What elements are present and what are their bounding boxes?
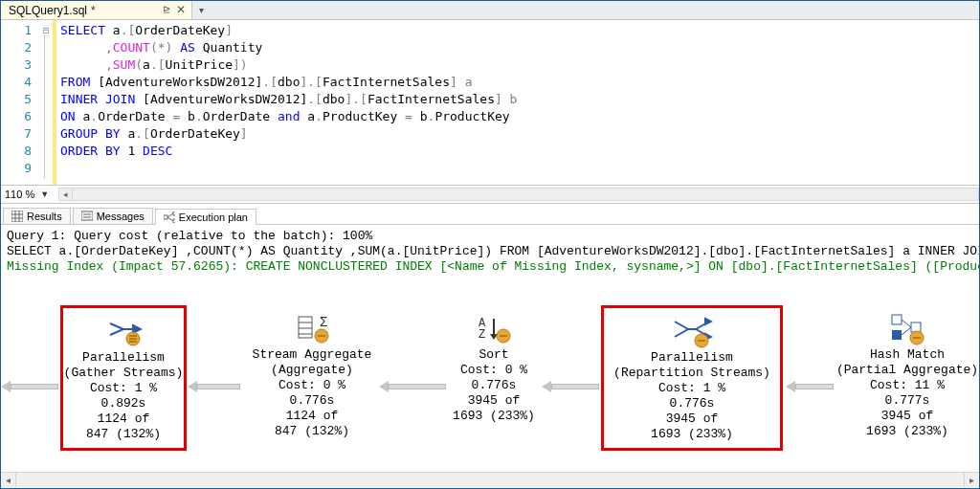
plan-node-parallelism-gather[interactable]: Parallelism (Gather Streams) Cost: 1 % 0… (60, 305, 187, 451)
zoom-level[interactable]: 110 % (5, 189, 34, 200)
plan-header: Query 1: Query cost (relative to the bat… (1, 225, 979, 277)
result-tabs: Results Messages Execution plan (1, 204, 979, 225)
node-rows1: 3945 of (446, 393, 542, 409)
file-modified-indicator: * (91, 4, 96, 17)
node-rows2: 1693 (233%) (446, 409, 542, 424)
close-icon[interactable]: ✕ (176, 3, 186, 16)
svg-line-46 (902, 320, 911, 327)
svg-line-12 (167, 217, 173, 221)
tab-plan-label: Execution plan (179, 211, 248, 223)
plan-arrow (786, 382, 834, 391)
zoom-dropdown-icon[interactable]: ▼ (40, 189, 49, 199)
tab-results[interactable]: Results (3, 208, 71, 224)
plan-arrow (1, 382, 58, 391)
missing-index-hint[interactable]: Missing Index (Impact 57.6265): CREATE N… (7, 259, 973, 275)
tab-messages[interactable]: Messages (73, 208, 153, 224)
node-subtitle: (Partial Aggregate) (834, 363, 979, 378)
fold-gutter[interactable]: ⊟ (39, 20, 53, 185)
code-area[interactable]: SELECT a.[OrderDateKey] ,COUNT(*) AS Qua… (56, 20, 979, 185)
plan-arrow (188, 382, 240, 391)
node-title: Parallelism (604, 350, 780, 366)
node-title: Sort (446, 347, 542, 363)
node-subtitle: (Aggregate) (245, 363, 379, 378)
svg-text:Σ: Σ (320, 315, 328, 330)
execution-plan-canvas[interactable]: Parallelism (Gather Streams) Cost: 1 % 0… (1, 277, 979, 487)
node-cost: Cost: 11 % (834, 378, 979, 393)
svg-marker-39 (705, 319, 711, 324)
tab-dropdown-icon[interactable]: ▾ (192, 1, 210, 19)
svg-line-11 (167, 213, 173, 217)
node-rows2: 1693 (233%) (604, 427, 780, 442)
svg-rect-43 (892, 315, 902, 324)
node-subtitle: (Repartition Streams) (604, 366, 780, 381)
document-tab-bar: SQLQuery1.sql * ⊵ ✕ ▾ (1, 1, 979, 20)
file-tab-name: SQLQuery1.sql (9, 4, 87, 17)
tab-messages-label: Messages (97, 211, 145, 222)
node-time: 0.776s (245, 393, 379, 409)
svg-rect-0 (11, 211, 23, 222)
svg-rect-8 (164, 215, 167, 219)
node-time: 0.777s (834, 393, 979, 409)
node-title: Hash Match (834, 347, 979, 363)
plan-node-parallelism-repartition[interactable]: Parallelism (Repartition Streams) Cost: … (601, 305, 783, 451)
svg-rect-5 (81, 211, 93, 220)
node-time: 0.776s (446, 378, 542, 393)
hash-match-icon (834, 309, 979, 347)
svg-line-13 (110, 323, 123, 329)
line-number-gutter: 123456789 (1, 20, 39, 185)
stream-aggregate-icon: Σ (245, 309, 379, 347)
node-rows2: 847 (132%) (63, 427, 184, 442)
node-cost: Cost: 0 % (446, 363, 542, 378)
sql-editor[interactable]: 123456789 ⊟ SELECT a.[OrderDateKey] ,COU… (1, 20, 979, 185)
tab-results-label: Results (27, 211, 62, 222)
sort-icon: AZ (446, 309, 542, 347)
node-time: 0.892s (63, 396, 184, 411)
scroll-track[interactable] (16, 473, 964, 487)
zoom-bar: 110 % ▼ ◂ (1, 185, 979, 204)
plan-node-sort[interactable]: AZ Sort Cost: 0 % 0.776s 3945 of 1693 (2… (446, 309, 542, 424)
plan-arrow (542, 382, 599, 391)
grid-icon (11, 211, 23, 222)
plan-h-scrollbar[interactable]: ◂ ▸ (1, 472, 979, 487)
messages-icon (81, 211, 93, 222)
node-cost: Cost: 0 % (245, 378, 379, 393)
node-rows1: 3945 of (604, 411, 780, 427)
svg-line-47 (902, 327, 911, 335)
editor-h-scrollbar[interactable]: ◂ (58, 188, 979, 201)
plan-icon (164, 211, 175, 223)
plan-header-line2: SELECT a.[OrderDateKey] ,COUNT(*) AS Qua… (7, 244, 973, 259)
node-cost: Cost: 1 % (63, 381, 184, 396)
tab-execution-plan[interactable]: Execution plan (155, 209, 256, 225)
node-rows2: 1693 (233%) (834, 424, 979, 439)
file-tab[interactable]: SQLQuery1.sql * ⊵ ✕ (1, 1, 192, 19)
node-rows1: 1124 of (63, 411, 184, 427)
node-subtitle: (Gather Streams) (63, 366, 184, 381)
parallelism-icon (604, 312, 780, 350)
plan-arrow (379, 382, 446, 391)
plan-node-stream-aggregate[interactable]: Σ Stream Aggregate (Aggregate) Cost: 0 %… (245, 309, 379, 439)
node-rows1: 1124 of (245, 409, 379, 424)
node-title: Stream Aggregate (245, 347, 379, 363)
parallelism-icon (63, 312, 184, 350)
node-time: 0.776s (604, 396, 780, 411)
svg-rect-21 (299, 317, 312, 338)
plan-node-hash-match[interactable]: Hash Match (Partial Aggregate) Cost: 11 … (834, 309, 979, 439)
node-cost: Cost: 1 % (604, 381, 780, 396)
svg-line-35 (675, 329, 688, 337)
svg-rect-45 (911, 322, 921, 332)
svg-line-34 (675, 322, 688, 329)
node-rows1: 3945 of (834, 409, 979, 424)
plan-header-line1: Query 1: Query cost (relative to the bat… (7, 229, 973, 244)
scroll-right-icon[interactable]: ▸ (964, 473, 979, 487)
svg-line-14 (110, 329, 123, 335)
svg-rect-10 (173, 219, 175, 223)
pin-icon[interactable]: ⊵ (163, 4, 170, 14)
svg-rect-9 (173, 211, 175, 215)
scroll-left-icon[interactable]: ◂ (1, 473, 16, 487)
node-rows2: 847 (132%) (245, 424, 379, 439)
svg-text:Z: Z (479, 328, 485, 342)
node-title: Parallelism (63, 350, 184, 366)
svg-rect-44 (892, 330, 902, 340)
